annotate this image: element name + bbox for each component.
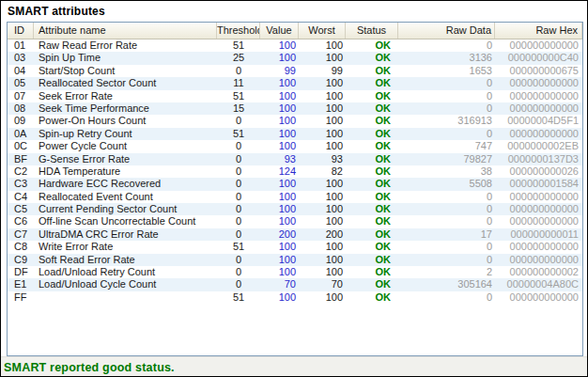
- cell-name: [34, 291, 217, 304]
- cell-raw_data: 5508: [398, 178, 495, 190]
- cell-id: 0A: [8, 128, 34, 140]
- table-row[interactable]: C9Soft Read Error Rate0100100OK000000000…: [8, 254, 582, 266]
- cell-value: 100: [260, 266, 299, 278]
- column-header-threshold[interactable]: Threshold: [217, 23, 260, 39]
- cell-id: BF: [8, 153, 34, 165]
- cell-id: C3: [8, 178, 34, 190]
- table-row[interactable]: E1Load/Unload Cycle Count07070OK30516400…: [8, 278, 582, 291]
- table-row[interactable]: 0CPower Cycle Count0100100OK747000000000…: [8, 140, 582, 152]
- cell-worst: 100: [299, 39, 346, 52]
- cell-value: 100: [260, 178, 299, 190]
- cell-threshold: 0: [217, 153, 260, 165]
- cell-raw_hex: 000000000000: [495, 241, 582, 253]
- cell-threshold: 0: [217, 115, 260, 127]
- cell-value: 100: [260, 90, 299, 102]
- cell-id: 0C: [8, 140, 34, 152]
- table-row[interactable]: 0ASpin-up Retry Count51100100OK000000000…: [8, 128, 582, 140]
- table-row[interactable]: 08Seek Time Performance15100100OK0000000…: [8, 102, 582, 115]
- cell-raw_hex: 000000000C40: [495, 52, 582, 64]
- cell-raw_data: 0: [398, 241, 495, 253]
- cell-status: OK: [346, 191, 398, 203]
- table-row[interactable]: C6Off-line Scan Uncorrectable Count01001…: [8, 215, 582, 228]
- cell-threshold: 0: [217, 215, 260, 228]
- cell-worst: 100: [299, 115, 346, 127]
- cell-threshold: 0: [217, 191, 260, 203]
- cell-name: Load/Unload Retry Count: [34, 266, 217, 278]
- column-header-worst[interactable]: Worst: [299, 23, 346, 39]
- column-header-name[interactable]: Attribute name: [34, 23, 217, 39]
- table-row[interactable]: 04Start/Stop Count09999OK165300000000067…: [8, 65, 582, 77]
- cell-raw_data: 38: [398, 165, 495, 178]
- cell-status: OK: [346, 52, 398, 64]
- cell-threshold: 15: [217, 102, 260, 115]
- cell-worst: 100: [299, 241, 346, 253]
- cell-worst: 100: [299, 266, 346, 278]
- cell-worst: 100: [299, 215, 346, 228]
- cell-value: 100: [260, 254, 299, 266]
- cell-raw_data: 0: [398, 291, 495, 304]
- cell-raw_data: 316913: [398, 115, 495, 127]
- cell-name: Off-line Scan Uncorrectable Count: [34, 215, 217, 228]
- table-row[interactable]: 01Raw Read Error Rate51100100OK000000000…: [8, 39, 582, 52]
- status-bar: SMART reported good status.: [1, 356, 587, 376]
- table-row[interactable]: FF51100100OK0000000000000: [8, 291, 582, 304]
- cell-raw_data: 305164: [398, 278, 495, 291]
- cell-name: Soft Read Error Rate: [34, 254, 217, 266]
- cell-name: Write Error Rate: [34, 241, 217, 253]
- cell-threshold: 11: [217, 77, 260, 89]
- cell-value: 124: [260, 165, 299, 178]
- cell-raw_hex: 000000000000: [495, 128, 582, 140]
- table-row[interactable]: 05Reallocated Sector Count11100100OK0000…: [8, 77, 582, 89]
- cell-name: Reallocated Event Count: [34, 191, 217, 203]
- cell-status: OK: [346, 77, 398, 89]
- cell-status: OK: [346, 39, 398, 52]
- table-row[interactable]: C2HDA Temperature012482OK38000000000026: [8, 165, 582, 178]
- cell-worst: 99: [299, 65, 346, 77]
- column-header-value[interactable]: Value: [260, 23, 299, 39]
- cell-id: 03: [8, 52, 34, 64]
- table-row[interactable]: BFG-Sense Error Rate09393OK7982700000001…: [8, 153, 582, 165]
- cell-id: DF: [8, 266, 34, 278]
- cell-threshold: 0: [217, 140, 260, 152]
- cell-raw_data: 0: [398, 254, 495, 266]
- cell-status: OK: [346, 115, 398, 127]
- cell-raw_hex: 0000000002EB: [495, 140, 582, 152]
- cell-threshold: 0: [217, 178, 260, 190]
- smart-attributes-window: SMART attributes IDAttribute nameThresho…: [0, 0, 588, 377]
- cell-status: OK: [346, 241, 398, 253]
- cell-status: OK: [346, 153, 398, 165]
- table-row[interactable]: 03Spin Up Time25100100OK3136000000000C40: [8, 52, 582, 64]
- cell-threshold: 0: [217, 203, 260, 215]
- cell-raw_hex: 000000000000: [495, 291, 582, 304]
- cell-raw_data: 0: [398, 77, 495, 89]
- cell-id: C9: [8, 254, 34, 266]
- column-header-raw_hex[interactable]: Raw Hex: [495, 23, 582, 39]
- cell-raw_data: 0: [398, 215, 495, 228]
- table-row[interactable]: C7UltraDMA CRC Error Rate0200200OK170000…: [8, 228, 582, 241]
- cell-value: 100: [260, 102, 299, 115]
- column-header-id[interactable]: ID: [8, 23, 34, 39]
- cell-id: C8: [8, 241, 34, 253]
- column-header-status[interactable]: Status: [346, 23, 398, 39]
- cell-worst: 100: [299, 90, 346, 102]
- cell-worst: 100: [299, 203, 346, 215]
- cell-threshold: 0: [217, 266, 260, 278]
- cell-name: Spin-up Retry Count: [34, 128, 217, 140]
- table-row[interactable]: C5Current Pending Sector Count0100100OK0…: [8, 203, 582, 215]
- cell-id: C5: [8, 203, 34, 215]
- cell-threshold: 51: [217, 90, 260, 102]
- cell-raw_data: 17: [398, 228, 495, 241]
- cell-value: 93: [260, 153, 299, 165]
- table-row[interactable]: DFLoad/Unload Retry Count0100100OK200000…: [8, 266, 582, 278]
- table-row[interactable]: C4Reallocated Event Count0100100OK000000…: [8, 191, 582, 203]
- table-row[interactable]: 07Seek Error Rate51100100OK0000000000000: [8, 90, 582, 102]
- column-header-raw_data[interactable]: Raw Data: [398, 23, 495, 39]
- cell-name: Load/Unload Cycle Count: [34, 278, 217, 291]
- table-header: IDAttribute nameThresholdValueWorstStatu…: [8, 23, 582, 39]
- table-row[interactable]: C8Write Error Rate51100100OK000000000000…: [8, 241, 582, 253]
- cell-value: 100: [260, 191, 299, 203]
- cell-raw_hex: 00000004A80C: [495, 278, 582, 291]
- table-row[interactable]: C3Hardware ECC Recovered0100100OK5508000…: [8, 178, 582, 190]
- table-row[interactable]: 09Power-On Hours Count0100100OK316913000…: [8, 115, 582, 127]
- cell-threshold: 51: [217, 291, 260, 304]
